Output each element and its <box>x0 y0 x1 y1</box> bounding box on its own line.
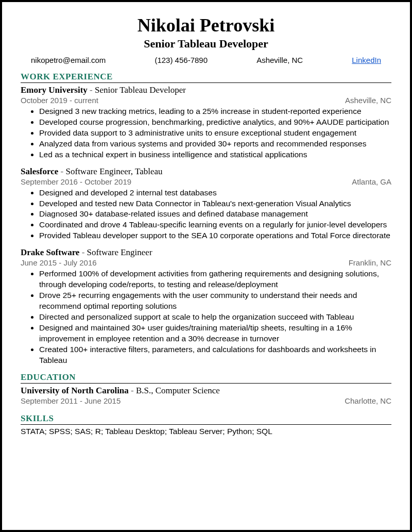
bullet: Developed and tested new Data Connector … <box>39 198 391 209</box>
bullet: Led as a technical expert in business in… <box>39 149 391 160</box>
job-dates: June 2015 - July 2016 <box>21 258 97 267</box>
bullet: Provided data support to 3 administrativ… <box>39 128 391 139</box>
bullet: Designed and developed 2 internal test d… <box>39 188 391 198</box>
company-name: Emory University <box>21 85 88 95</box>
person-name: Nikolai Petrovski <box>21 14 391 36</box>
bullet: Diagnosed 30+ database-related issues an… <box>39 209 391 220</box>
degree: B.S., Computer Science <box>136 386 220 395</box>
school-name: University of North Carolina <box>21 386 129 395</box>
bullet: Analyzed data from various systems and p… <box>39 139 391 149</box>
bullet: Created 100+ interactive filters, parame… <box>39 344 391 366</box>
bullet: Performed 100% of development activities… <box>39 269 391 290</box>
company-name: Salesforce <box>21 167 58 176</box>
job-bullets: Performed 100% of development activities… <box>39 269 391 365</box>
education-meta: September 2011 - June 2015 Charlotte, NC <box>21 396 391 405</box>
job-header: Emory University - Senior Tableau Develo… <box>21 85 391 95</box>
bullet: Coordinated and drove 4 Tableau-specific… <box>39 220 391 230</box>
job-location: Asheville, NC <box>345 96 391 105</box>
job-meta: June 2015 - July 2016 Franklin, NC <box>21 258 391 267</box>
job-header: Drake Software - Software Engineer <box>21 247 391 258</box>
education-header: University of North Carolina - B.S., Com… <box>21 386 391 396</box>
job-dates: September 2016 - October 2019 <box>21 177 131 186</box>
education-location: Charlotte, NC <box>345 396 391 405</box>
skills-list: STATA; SPSS; SAS; R; Tableau Desktop; Ta… <box>21 427 391 436</box>
job-role: Software Engineer, Tableau <box>66 167 163 176</box>
bullet: Designed 3 new tracking metrics, leading… <box>39 106 391 117</box>
job-meta: October 2019 - current Asheville, NC <box>21 96 391 105</box>
section-education: EDUCATION <box>21 372 391 384</box>
job-location: Atlanta, GA <box>352 177 391 186</box>
education-dates: September 2011 - June 2015 <box>21 396 121 405</box>
contact-location: Asheville, NC <box>256 56 303 64</box>
bullet: Provided Tableau developer support to th… <box>39 230 391 241</box>
linkedin-link[interactable]: LinkedIn <box>352 56 381 64</box>
job-role: Senior Tableau Developer <box>95 85 186 95</box>
section-skills: SKILLS <box>21 413 391 425</box>
bullet: Developed course progression, benchmarki… <box>39 117 391 128</box>
bullet: Drove 25+ recurring engagements with the… <box>39 290 391 312</box>
job-role: Software Engineer <box>87 247 152 257</box>
job-location: Franklin, NC <box>349 258 391 267</box>
contact-phone: (123) 456-7890 <box>154 56 208 64</box>
section-work-experience: WORK EXPERIENCE <box>21 72 391 83</box>
job-bullets: Designed 3 new tracking metrics, leading… <box>39 106 391 160</box>
bullet: Directed and personalized support at sca… <box>39 312 391 323</box>
company-name: Drake Software <box>21 247 79 257</box>
job-meta: September 2016 - October 2019 Atlanta, G… <box>21 177 391 186</box>
job-dates: October 2019 - current <box>21 96 98 105</box>
job-bullets: Designed and developed 2 internal test d… <box>39 188 391 242</box>
contact-email: nikopetro@email.com <box>31 56 106 64</box>
job-header: Salesforce - Software Engineer, Tableau <box>21 167 391 177</box>
bullet: Designed and maintained 30+ user guides/… <box>39 323 391 344</box>
person-title: Senior Tableau Developer <box>21 37 391 51</box>
contact-row: nikopetro@email.com (123) 456-7890 Ashev… <box>21 56 391 72</box>
